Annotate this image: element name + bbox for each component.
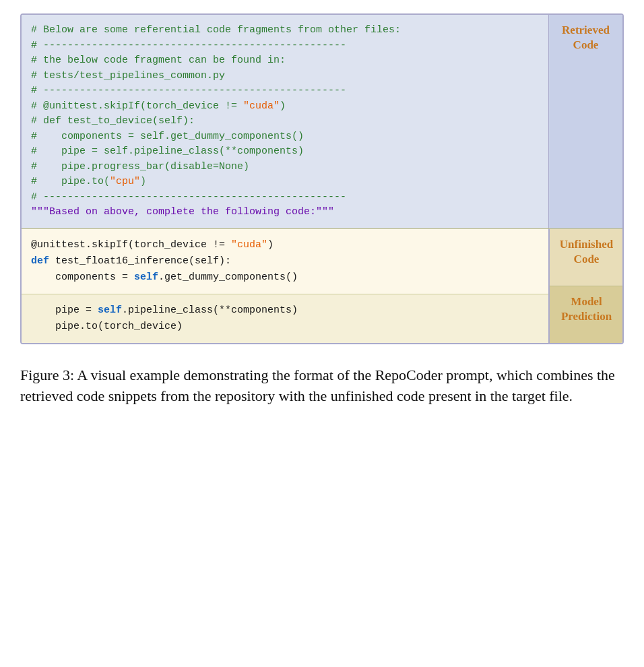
code-line-5: # --------------------------------------… <box>31 84 539 99</box>
unfinished-label-area: Unfinished Code <box>549 229 623 286</box>
code-line-3: # the below code fragment can be found i… <box>31 53 539 69</box>
retrieved-label-area: Retrieved Code <box>548 15 622 228</box>
unfinished-left: @unittest.skipIf(torch_device != "cuda")… <box>22 229 548 343</box>
retrieved-label: Retrieved Code <box>554 23 617 53</box>
figure-caption: Figure 3: A visual example demonstrating… <box>20 364 624 408</box>
mp-line-1: pipe = self.pipeline_class(**components) <box>31 303 539 319</box>
unfinished-upper-code: @unittest.skipIf(torch_device != "cuda")… <box>22 229 548 294</box>
code-line-9: # pipe = self.pipeline_class(**component… <box>31 144 539 160</box>
code-line-8: # components = self.get_dummy_components… <box>31 129 539 145</box>
retrieved-code-area: # Below are some referential code fragme… <box>22 15 548 228</box>
code-line-prompt: """Based on above, complete the followin… <box>31 205 539 220</box>
code-line-6: # @unittest.skipIf(torch_device != "cuda… <box>31 99 539 115</box>
uf-line-2: def test_float16_inference(self): <box>31 253 539 269</box>
unfinished-label: Unfinished Code <box>555 237 618 267</box>
code-line-7: # def test_to_device(self): <box>31 114 539 129</box>
uf-line-3: components = self.get_dummy_components() <box>31 269 539 286</box>
unfinished-section: @unittest.skipIf(torch_device != "cuda")… <box>22 228 622 343</box>
main-container: # Below are some referential code fragme… <box>20 13 624 407</box>
right-labels: Unfinished Code Model Prediction <box>548 229 622 343</box>
code-line-10: # pipe.progress_bar(disable=None) <box>31 160 539 175</box>
retrieved-section: # Below are some referential code fragme… <box>22 15 622 228</box>
code-line-4: # tests/test_pipelines_common.py <box>31 69 539 84</box>
uf-line-1: @unittest.skipIf(torch_device != "cuda") <box>31 237 539 253</box>
model-prediction-label: Model Prediction <box>555 294 618 324</box>
code-block: # Below are some referential code fragme… <box>20 13 624 344</box>
model-prediction-label-area: Model Prediction <box>549 286 623 343</box>
code-line-11: # pipe.to("cpu") <box>31 174 539 190</box>
code-line-12: # --------------------------------------… <box>31 190 539 205</box>
model-prediction-code: pipe = self.pipeline_class(**components)… <box>22 294 548 343</box>
code-line-1: # Below are some referential code fragme… <box>31 23 539 38</box>
code-line-2: # --------------------------------------… <box>31 38 539 54</box>
mp-line-2: pipe.to(torch_device) <box>31 319 539 335</box>
